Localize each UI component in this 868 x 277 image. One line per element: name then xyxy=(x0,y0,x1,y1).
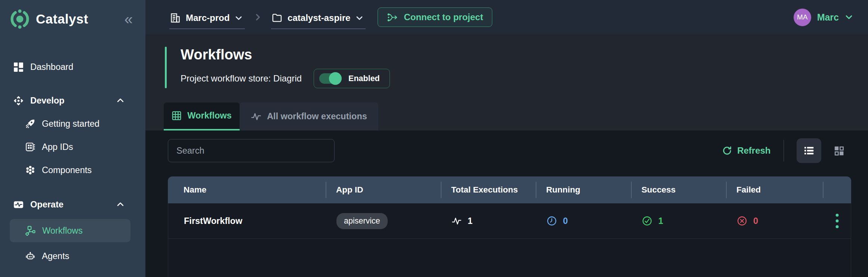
success-cell: 1 xyxy=(631,203,726,238)
connect-icon xyxy=(387,12,398,22)
sidebar-item-dashboard[interactable]: Dashboard xyxy=(0,55,145,79)
robot-icon xyxy=(25,251,35,261)
workflows-panel: Refresh xyxy=(145,130,868,277)
workflow-store-toggle[interactable]: Enabled xyxy=(314,69,390,88)
operate-icon xyxy=(13,200,24,210)
tab-bar: Workflows All workflow executions xyxy=(164,102,868,130)
failed-cell: 0 xyxy=(726,203,823,238)
table-grid-icon xyxy=(172,111,182,121)
failed-value: 0 xyxy=(753,216,758,226)
column-header-actions xyxy=(823,176,851,203)
list-view-button[interactable] xyxy=(797,138,821,163)
sidebar: Catalyst « Dashboard xyxy=(0,0,145,277)
pulse-icon xyxy=(452,216,462,226)
accent-bar xyxy=(165,47,167,88)
table-row[interactable]: FirstWorkflow apiservice 1 xyxy=(168,203,851,239)
table-body: FirstWorkflow apiservice 1 xyxy=(168,203,851,277)
column-header-failed: Failed xyxy=(726,176,823,203)
folder-icon xyxy=(272,13,282,23)
workflow-name: FirstWorkflow xyxy=(184,216,242,226)
user-menu[interactable]: MA Marc xyxy=(794,9,853,26)
sidebar-item-getting-started[interactable]: Getting started xyxy=(0,112,145,135)
toggle-switch[interactable] xyxy=(319,73,342,84)
search-input[interactable] xyxy=(168,139,335,162)
tab-label: All workflow executions xyxy=(267,111,367,121)
sidebar-item-label: Dashboard xyxy=(30,62,73,72)
total-executions-cell: 1 xyxy=(441,203,536,238)
refresh-icon xyxy=(722,146,732,156)
workflows-table: Name App ID Total Executions Running Suc… xyxy=(168,176,851,277)
sidebar-section-develop[interactable]: Develop xyxy=(0,89,145,112)
connect-to-project-button[interactable]: Connect to project xyxy=(378,7,492,27)
sidebar-item-workflows[interactable]: Workflows xyxy=(10,219,130,242)
check-circle-icon xyxy=(642,216,652,226)
page-header: Workflows Project workflow store: Diagri… xyxy=(165,47,868,88)
column-header-name: Name xyxy=(168,176,326,203)
app-id-badge[interactable]: apiservice xyxy=(336,213,388,229)
running-cell: 0 xyxy=(536,203,631,238)
develop-icon xyxy=(13,96,24,106)
sidebar-item-label: Components xyxy=(42,165,92,175)
refresh-label: Refresh xyxy=(737,145,770,156)
project-name: catalyst-aspire xyxy=(287,13,350,23)
sidebar-item-agents[interactable]: Agents xyxy=(0,244,145,268)
app-id-cell: apiservice xyxy=(326,203,441,238)
catalyst-logo-icon xyxy=(10,9,30,29)
organization-icon xyxy=(170,13,181,23)
topbar: Marc-prod catalyst-aspire xyxy=(145,0,868,34)
sidebar-item-label: App IDs xyxy=(42,142,73,152)
table-header-row: Name App ID Total Executions Running Suc… xyxy=(168,176,851,203)
sidebar-item-components[interactable]: Components xyxy=(0,158,145,182)
organization-selector[interactable]: Marc-prod xyxy=(169,5,245,29)
pulse-icon xyxy=(251,111,261,122)
total-executions-value: 1 xyxy=(468,216,473,226)
sidebar-section-label: Develop xyxy=(30,96,64,106)
logo-row: Catalyst « xyxy=(0,0,145,29)
success-value: 1 xyxy=(658,216,663,226)
tab-label: Workflows xyxy=(187,111,231,121)
connect-button-label: Connect to project xyxy=(404,12,483,22)
column-header-success: Success xyxy=(631,176,726,203)
app-root: Catalyst « Dashboard xyxy=(0,0,868,277)
chevron-down-icon xyxy=(355,14,363,22)
workflow-store-label: Project workflow store: Diagrid xyxy=(181,73,302,84)
tab-all-workflow-executions[interactable]: All workflow executions xyxy=(240,102,378,130)
sidebar-item-label: Workflows xyxy=(42,226,83,236)
organization-name: Marc-prod xyxy=(186,13,230,23)
grid-view-button[interactable] xyxy=(827,138,851,163)
project-selector[interactable]: catalyst-aspire xyxy=(271,5,366,29)
chevron-down-icon xyxy=(235,14,243,22)
row-actions-menu[interactable] xyxy=(823,203,851,238)
toggle-knob xyxy=(329,72,342,85)
table-empty-area xyxy=(168,239,851,277)
refresh-button[interactable]: Refresh xyxy=(722,145,770,156)
tab-workflows[interactable]: Workflows xyxy=(164,102,240,130)
sidebar-section-operate[interactable]: Operate xyxy=(0,193,145,216)
chevrons-left-icon: « xyxy=(124,11,133,27)
chevron-down-icon xyxy=(845,13,853,21)
dashboard-icon xyxy=(13,62,24,72)
sidebar-collapse-button[interactable]: « xyxy=(124,13,133,25)
toggle-label: Enabled xyxy=(348,74,380,83)
workflow-icon xyxy=(25,226,36,236)
components-icon xyxy=(25,165,35,175)
breadcrumb-separator-icon xyxy=(254,13,262,21)
running-value: 0 xyxy=(563,216,568,226)
chevron-up-icon xyxy=(116,96,124,105)
grid-view-icon xyxy=(833,145,845,157)
toolbar-divider xyxy=(784,140,784,161)
sidebar-item-label: Agents xyxy=(42,251,69,261)
x-circle-icon xyxy=(737,216,747,226)
table-toolbar: Refresh xyxy=(145,130,868,163)
column-header-running: Running xyxy=(536,176,631,203)
user-name: Marc xyxy=(817,12,839,23)
main-content: Workflows Project workflow store: Diagri… xyxy=(145,34,868,277)
column-header-total-executions: Total Executions xyxy=(441,176,536,203)
rocket-icon xyxy=(25,119,35,129)
workflow-name-cell[interactable]: FirstWorkflow xyxy=(168,203,326,238)
sidebar-item-app-ids[interactable]: App IDs xyxy=(0,135,145,158)
app-ids-icon xyxy=(25,142,35,152)
sidebar-section-label: Operate xyxy=(30,200,64,210)
sidebar-item-label: Getting started xyxy=(42,119,99,129)
column-header-app-id: App ID xyxy=(326,176,441,203)
